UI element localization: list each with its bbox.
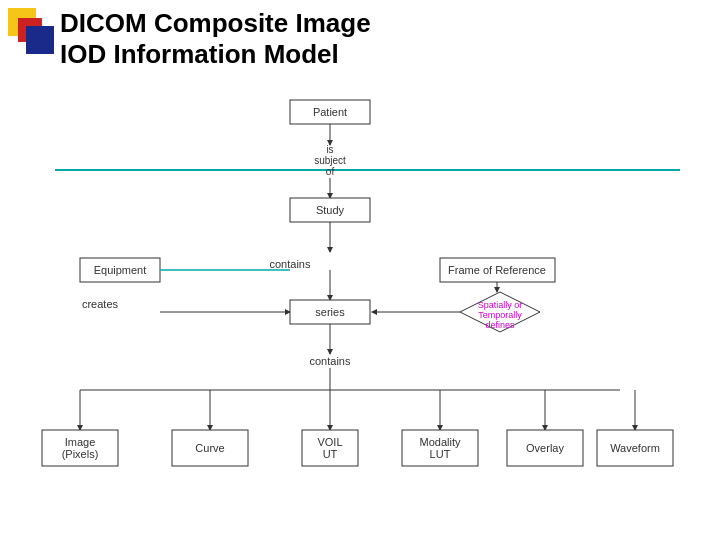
patient-label: Patient [313, 106, 347, 118]
svg-text:of: of [326, 166, 335, 177]
svg-text:defines: defines [485, 320, 515, 330]
logo-blue [26, 26, 54, 54]
svg-text:Modality: Modality [420, 436, 461, 448]
svg-text:UT: UT [323, 448, 338, 460]
logo-icon [8, 8, 58, 58]
svg-text:(Pixels): (Pixels) [62, 448, 99, 460]
svg-text:is: is [326, 144, 333, 155]
svg-text:Equipment: Equipment [94, 264, 147, 276]
svg-text:Temporally: Temporally [478, 310, 522, 320]
svg-text:subject: subject [314, 155, 346, 166]
svg-text:creates: creates [82, 298, 119, 310]
svg-text:Study: Study [316, 204, 345, 216]
page-title: DICOM Composite Image IOD Information Mo… [60, 8, 371, 70]
svg-text:Frame of Reference: Frame of Reference [448, 264, 546, 276]
svg-text:Waveform: Waveform [610, 442, 660, 454]
svg-text:Curve: Curve [195, 442, 224, 454]
svg-text:series: series [315, 306, 345, 318]
svg-text:contains: contains [270, 258, 311, 270]
svg-text:Overlay: Overlay [526, 442, 564, 454]
svg-text:VOIL: VOIL [317, 436, 342, 448]
svg-text:Spatially or: Spatially or [478, 300, 523, 310]
diagram-svg: Patient is subject of Study Equipment Fr… [0, 90, 720, 540]
logo-area [8, 8, 62, 58]
svg-text:contains: contains [310, 355, 351, 367]
svg-text:Image: Image [65, 436, 96, 448]
svg-text:LUT: LUT [430, 448, 451, 460]
